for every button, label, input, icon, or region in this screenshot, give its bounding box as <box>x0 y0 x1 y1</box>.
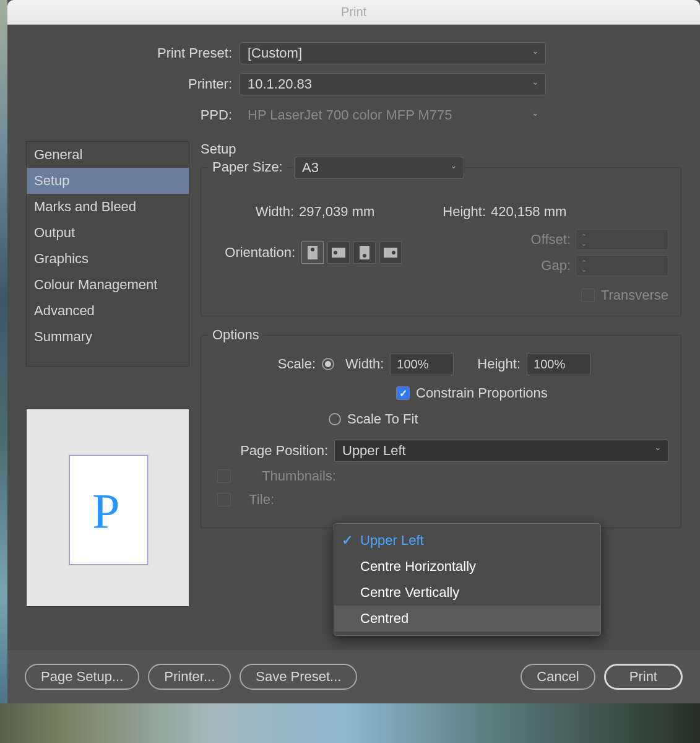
gap-input <box>576 255 668 276</box>
orientation-landscape-right-icon <box>384 248 397 258</box>
scale-to-fit-radio[interactable] <box>329 413 341 425</box>
sidebar-item-setup[interactable]: Setup <box>27 168 189 194</box>
category-sidebar: General Setup Marks and Bleed Output Gra… <box>26 141 189 367</box>
preview-page-icon: P <box>70 456 147 564</box>
panel-title: Setup <box>201 141 681 157</box>
page-position-dropdown[interactable]: Upper Left <box>334 440 668 462</box>
save-preset-button[interactable]: Save Preset... <box>240 664 357 690</box>
orientation-buttons <box>301 241 402 264</box>
constrain-proportions-checkbox[interactable] <box>396 386 410 400</box>
page-position-option-centred[interactable]: Centred <box>334 606 600 632</box>
orientation-portrait-button[interactable] <box>301 241 324 264</box>
sidebar-item-graphics[interactable]: Graphics <box>27 246 189 272</box>
scale-radio[interactable] <box>322 358 334 370</box>
window-title: Print <box>341 5 366 19</box>
orientation-portrait-icon <box>308 246 318 259</box>
page-position-label: Page Position: <box>214 443 334 459</box>
page-preview: P <box>26 409 189 607</box>
ppd-dropdown: HP LaserJet 700 color MFP M775 <box>240 104 546 126</box>
offset-label: Offset: <box>529 232 576 248</box>
cancel-button[interactable]: Cancel <box>521 664 595 690</box>
paper-fieldset: Paper Size: A3 Width: 297,039 mm Height:… <box>201 167 681 316</box>
ppd-value: HP LaserJet 700 color MFP M775 <box>248 107 452 123</box>
thumbnails-label: Thumbnails: <box>237 468 336 484</box>
preview-letter-p-icon: P <box>92 484 120 540</box>
page-position-value: Upper Left <box>342 443 406 459</box>
options-legend: Options <box>209 327 263 343</box>
dialog-footer: Page Setup... Printer... Save Preset... … <box>7 650 700 703</box>
scale-width-input[interactable] <box>390 353 454 375</box>
width-value: 297,039 mm <box>299 204 410 220</box>
sidebar-item-colour-management[interactable]: Colour Management <box>27 272 189 298</box>
scale-label: Scale: <box>214 356 322 372</box>
orientation-label: Orientation: <box>214 245 300 261</box>
scale-height-input[interactable] <box>527 353 590 375</box>
print-preset-dropdown[interactable]: [Custom] <box>240 42 546 64</box>
options-fieldset: Options Scale: Width: Height: Constrain … <box>201 335 681 528</box>
sidebar-item-summary[interactable]: Summary <box>27 324 189 350</box>
height-label: Height: <box>410 204 491 220</box>
gap-label: Gap: <box>529 258 576 274</box>
sidebar-item-general[interactable]: General <box>27 142 189 168</box>
orientation-landscape-left-icon <box>332 248 345 258</box>
chevron-down-icon <box>532 108 539 118</box>
paper-size-legend: Paper Size: <box>209 159 287 175</box>
printer-value: 10.1.20.83 <box>248 76 312 92</box>
constrain-proportions-label: Constrain Proportions <box>416 385 548 401</box>
ppd-label: PPD: <box>32 107 240 123</box>
scale-to-fit-label: Scale To Fit <box>347 411 418 427</box>
orientation-portrait-rev-icon <box>360 246 369 259</box>
sidebar-item-output[interactable]: Output <box>27 220 189 246</box>
orientation-landscape-right-button[interactable] <box>379 241 402 264</box>
page-position-menu[interactable]: Upper Left Centre Horizontally Centre Ve… <box>334 523 601 636</box>
page-setup-button[interactable]: Page Setup... <box>25 664 139 690</box>
orientation-landscape-left-button[interactable] <box>327 241 350 264</box>
printer-dropdown[interactable]: 10.1.20.83 <box>240 73 546 95</box>
height-value: 420,158 mm <box>491 204 584 220</box>
page-position-option-centre-vertically[interactable]: Centre Vertically <box>334 580 600 606</box>
background-bottom-strip <box>0 703 700 743</box>
scale-width-label: Width: <box>345 356 384 372</box>
sidebar-item-marks-bleed[interactable]: Marks and Bleed <box>27 194 189 220</box>
chevron-down-icon <box>654 442 662 452</box>
background-left-strip <box>0 0 7 743</box>
offset-input <box>576 229 668 250</box>
paper-size-value: A3 <box>302 160 319 176</box>
transverse-label: Transverse <box>601 287 668 303</box>
top-form: Print Preset: [Custom] Printer: 10.1.20.… <box>7 25 700 141</box>
sidebar-item-advanced[interactable]: Advanced <box>27 298 189 324</box>
tile-label: Tile: <box>237 492 274 508</box>
scale-height-label: Height: <box>477 356 521 372</box>
main-panel: Setup Paper Size: A3 Width: 297,039 mm H… <box>201 141 681 547</box>
tile-checkbox[interactable] <box>217 493 231 506</box>
printer-label: Printer: <box>32 76 240 92</box>
printer-button[interactable]: Printer... <box>148 664 231 690</box>
print-button[interactable]: Print <box>604 664 683 690</box>
chevron-down-icon <box>532 77 539 87</box>
chevron-down-icon <box>532 46 539 56</box>
thumbnails-checkbox[interactable] <box>217 469 231 483</box>
orientation-portrait-rev-button[interactable] <box>353 241 376 264</box>
print-preset-label: Print Preset: <box>32 45 240 61</box>
page-position-option-centre-horizontally[interactable]: Centre Horizontally <box>334 554 600 580</box>
page-position-option-upper-left[interactable]: Upper Left <box>334 528 600 554</box>
titlebar: Print <box>7 0 700 25</box>
paper-size-dropdown[interactable]: A3 <box>294 157 464 179</box>
transverse-checkbox <box>581 289 595 302</box>
width-label: Width: <box>223 204 299 220</box>
chevron-down-icon <box>450 160 457 170</box>
print-preset-value: [Custom] <box>248 45 302 61</box>
